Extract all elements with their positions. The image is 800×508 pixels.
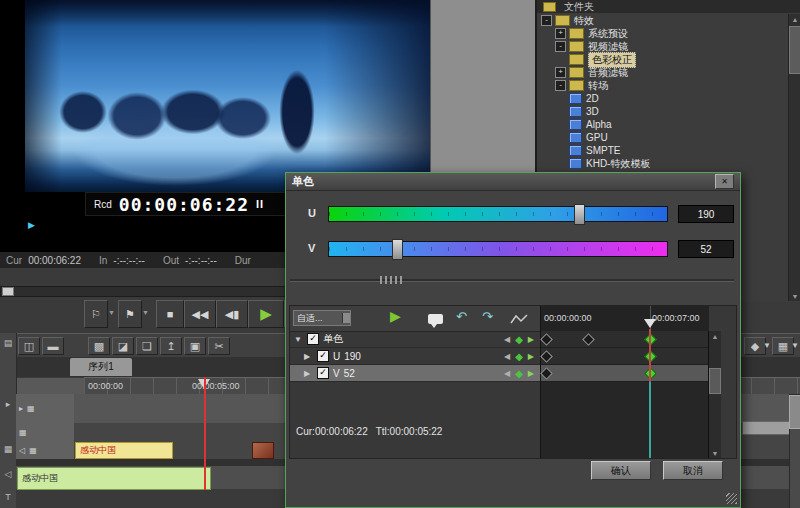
tree-item-alpha[interactable]: Alpha [537, 118, 787, 131]
keyframe-ruler[interactable]: 00:00:00:00 00:00:07:00 [541, 306, 709, 332]
toolbar-dropdown-icon[interactable]: ▼ [762, 337, 772, 353]
scroll-up-icon[interactable]: ▲ [789, 14, 800, 24]
kf-playhead-marker[interactable] [644, 319, 656, 328]
add-keyframe-icon[interactable]: ◆ [515, 334, 523, 345]
fit-dropdown[interactable]: 自适... [293, 310, 351, 326]
slider-handle[interactable] [392, 239, 403, 260]
tree-expander-icon[interactable]: - [555, 41, 566, 52]
kf-row-mono[interactable]: ▼ ✓ 单色 ◀ ◆ ▶ [290, 331, 540, 348]
tree-item-khd-templates[interactable]: KHD-特效模板 [537, 157, 787, 170]
kf-scrollbar-thumb[interactable] [709, 368, 721, 394]
mark-out-dropdown-icon[interactable]: ▼ [141, 306, 150, 318]
add-keyframe-icon[interactable]: ◆ [515, 368, 523, 379]
tree-item-system-presets[interactable]: + 系统预设 [537, 27, 787, 40]
mark-out-button[interactable]: ⚑ [118, 300, 142, 328]
prev-keyframe-icon[interactable]: ◀ [504, 369, 510, 378]
v-slider[interactable] [328, 241, 668, 257]
video-clip[interactable]: 感动中国 [75, 442, 173, 459]
tree-expander-icon[interactable]: - [555, 80, 566, 91]
kf-row-u[interactable]: ▶ ✓ U 190 ◀ ◆ ▶ [290, 348, 540, 365]
mono-checkbox[interactable]: ✓ [307, 333, 319, 345]
cut-icon[interactable]: ✂ [208, 337, 230, 355]
slider-handle[interactable] [574, 204, 585, 225]
track-header-video-2[interactable]: ▦ [16, 423, 77, 442]
play-button[interactable]: ▶ [248, 300, 284, 328]
strip-panel-icon[interactable]: ▤ [2, 337, 14, 349]
dropdown-spinner-icon[interactable] [342, 313, 350, 323]
scroll-down-icon[interactable]: ▼ [709, 448, 721, 458]
keyframe-diamond[interactable] [582, 333, 595, 346]
tree-expander-icon[interactable]: - [541, 15, 552, 26]
tree-item-2d[interactable]: 2D [537, 92, 787, 105]
kf-scrollbar[interactable]: ▲ ▼ [708, 331, 721, 458]
tree-item-gpu[interactable]: GPU [537, 131, 787, 144]
panel-layout-icon[interactable]: ▬ [42, 337, 64, 355]
tab-sequence-1[interactable]: 序列1 [70, 358, 132, 376]
next-keyframe-icon[interactable]: ▶ [528, 369, 534, 378]
horizontal-scrollbar-thumb[interactable] [742, 421, 790, 435]
undo-icon[interactable]: ↶ [456, 309, 467, 324]
kf-playhead[interactable] [649, 329, 651, 458]
keyframe-diamond[interactable] [540, 350, 553, 363]
twisty-icon[interactable]: ▼ [294, 335, 303, 344]
strip-audio-track-icon[interactable]: ◁ [2, 468, 14, 480]
tree-item-audio-filters[interactable]: + 音频滤镜 [537, 66, 787, 79]
audio-clip[interactable]: 感动中国 [17, 467, 211, 490]
kf-cell-u[interactable] [541, 348, 709, 365]
preview-scrollbar-handle[interactable] [2, 287, 14, 296]
twisty-icon[interactable]: ▶ [304, 369, 313, 378]
timeline-vertical-scrollbar-thumb[interactable] [789, 395, 800, 429]
next-keyframe-icon[interactable]: ▶ [528, 352, 534, 361]
strip-clip-track-icon[interactable]: ▦ [2, 443, 14, 455]
toolbar-dropdown2-icon[interactable]: ▼ [790, 337, 800, 353]
panel-mode-icon[interactable]: ◫ [18, 337, 40, 355]
kf-cell-mono[interactable] [541, 331, 709, 348]
splitter-grip[interactable] [380, 276, 402, 284]
twisty-icon[interactable]: ▶ [304, 352, 313, 361]
dialog-resize-grip[interactable] [726, 493, 737, 504]
v-value-field[interactable]: 52 [678, 240, 734, 258]
tree-item-3d[interactable]: 3D [537, 105, 787, 118]
kf-row-v[interactable]: ▶ ✓ V 52 ◀ ◆ ▶ [290, 365, 540, 382]
u-value-field[interactable]: 190 [678, 205, 734, 223]
u-checkbox[interactable]: ✓ [317, 350, 329, 362]
confirm-button[interactable]: 确认 [591, 461, 651, 480]
prev-keyframe-icon[interactable]: ◀ [504, 335, 510, 344]
tree-item-video-filters[interactable]: - 视频滤镜 [537, 40, 787, 53]
cancel-button[interactable]: 取消 [663, 461, 723, 480]
mark-in-dropdown-icon[interactable]: ▼ [107, 306, 116, 318]
step-back-button[interactable]: ◀▮ [216, 300, 248, 328]
rewind-button[interactable]: ◀◀ [184, 300, 216, 328]
track-header-video-1[interactable]: ▸ ▦ [16, 394, 77, 424]
tree-item-transitions[interactable]: - 转场 [537, 79, 787, 92]
kf-cell-v[interactable] [541, 365, 709, 382]
grid-icon[interactable]: ▩ [88, 337, 110, 355]
tree-expander-icon[interactable]: + [555, 28, 566, 39]
next-keyframe-icon[interactable]: ▶ [528, 335, 534, 344]
new-document-icon[interactable]: ❏ [136, 337, 158, 355]
strip-video-track-icon[interactable]: ▸ [2, 398, 14, 410]
close-button[interactable]: ✕ [715, 174, 734, 189]
clip-end-thumbnail[interactable] [252, 442, 274, 459]
browser-scrollbar-thumb[interactable] [789, 26, 800, 74]
keyframe-diamond[interactable] [540, 333, 553, 346]
tree-item-smpte[interactable]: SMPTE [537, 144, 787, 157]
redo-icon[interactable]: ↷ [482, 309, 493, 324]
v-checkbox[interactable]: ✓ [317, 367, 329, 379]
render-icon[interactable]: ◪ [112, 337, 134, 355]
kf-play-button[interactable]: ▶ [390, 308, 401, 324]
save-icon[interactable]: ▣ [184, 337, 206, 355]
scroll-down-icon[interactable]: ▼ [789, 291, 800, 301]
tree-item-effects[interactable]: - 特效 [537, 14, 787, 27]
tree-expander-icon[interactable]: + [555, 67, 566, 78]
scroll-up-icon[interactable]: ▲ [709, 331, 721, 341]
add-keyframe-icon[interactable]: ◆ [515, 351, 523, 362]
tree-item-color-correction[interactable]: 色彩校正 [537, 53, 787, 66]
export-icon[interactable]: ↥ [160, 337, 182, 355]
keyframe-timeline[interactable]: 00:00:00:00 00:00:07:00 [540, 306, 709, 458]
u-slider[interactable] [328, 206, 668, 222]
comment-icon[interactable] [428, 314, 443, 324]
stop-button[interactable]: ■ [156, 300, 184, 328]
timeline-playhead[interactable] [204, 377, 206, 490]
keyframe-diamond[interactable] [540, 367, 553, 380]
